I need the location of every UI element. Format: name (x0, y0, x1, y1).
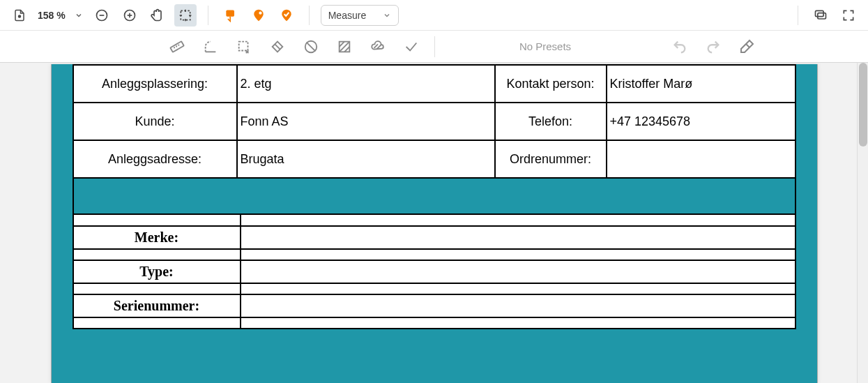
redo-icon[interactable] (703, 36, 724, 57)
value-merke[interactable] (241, 226, 795, 249)
table-row (73, 317, 795, 329)
header-form-table: Anleggsplassering: 2. etg Kontakt person… (73, 64, 796, 179)
label-anleggsplassering: Anleggsplassering: (73, 65, 237, 103)
label-telefon: Telefon: (495, 103, 607, 140)
undo-icon[interactable] (669, 36, 690, 57)
value-ordrenummer[interactable] (607, 140, 795, 178)
label-serienummer: Serienummer: (73, 294, 241, 317)
svg-line-17 (176, 45, 177, 47)
svg-line-26 (340, 41, 350, 52)
value-anleggsplassering[interactable]: 2. etg (237, 65, 495, 103)
zoom-in-button[interactable] (119, 4, 141, 27)
label-anleggsadresse: Anleggsadresse: (73, 140, 237, 178)
anleggsadresse-input[interactable] (238, 141, 494, 177)
vertical-scrollbar[interactable] (857, 63, 868, 383)
sub-toolbar: No Presets (0, 31, 868, 63)
table-row: Merke: (73, 226, 795, 249)
zoom-chevron-icon[interactable] (73, 9, 85, 22)
measure-label: Measure (328, 10, 366, 21)
table-row: Anleggsadresse: Ordrenummer: (73, 140, 795, 178)
svg-rect-11 (226, 10, 234, 16)
preset-label: No Presets (519, 40, 571, 52)
comment-pin-icon[interactable] (248, 4, 270, 27)
select-area-icon[interactable] (234, 36, 254, 57)
value-type[interactable] (241, 260, 795, 283)
ruler-icon[interactable] (167, 36, 188, 57)
hand-tool-icon[interactable] (146, 4, 169, 27)
value-serienummer[interactable] (241, 294, 795, 317)
arc-tool-icon[interactable] (200, 36, 221, 57)
value-kunde[interactable]: Fonn AS (237, 103, 495, 140)
svg-line-16 (174, 47, 175, 48)
svg-point-0 (19, 15, 21, 17)
toolbar-divider (309, 6, 310, 25)
preset-selector[interactable]: No Presets (448, 35, 643, 59)
eraser1-icon[interactable] (267, 36, 288, 57)
label-kunde: Kunde: (73, 103, 237, 140)
table-row: Anleggsplassering: 2. etg Kontakt person… (73, 65, 795, 103)
svg-rect-14 (818, 13, 826, 18)
pin-tool-icon[interactable] (220, 4, 242, 27)
measure-dropdown[interactable]: Measure (321, 5, 399, 26)
document-viewport: Anleggsplassering: 2. etg Kontakt person… (0, 63, 868, 383)
check-pin-icon[interactable] (275, 4, 298, 27)
cloud-hatch-icon[interactable] (367, 36, 388, 57)
svg-rect-20 (239, 41, 248, 50)
input-cell-anleggsadresse[interactable] (237, 140, 495, 178)
svg-line-25 (340, 41, 344, 46)
comments-panel-icon[interactable] (809, 4, 832, 27)
zoom-out-button[interactable] (91, 4, 113, 27)
no-entry-icon[interactable] (300, 36, 321, 57)
select-tool-icon[interactable] (174, 4, 197, 27)
table-row: Kunde: Fonn AS Telefon: +47 12345678 (73, 103, 795, 140)
svg-rect-6 (181, 10, 190, 20)
section-gap (73, 179, 796, 215)
document-page: Anleggsplassering: 2. etg Kontakt person… (51, 64, 818, 383)
equipment-table: Merke: Type: Serienummer: (73, 215, 796, 329)
svg-line-27 (344, 47, 349, 52)
svg-line-18 (178, 44, 179, 45)
svg-line-23 (307, 42, 316, 51)
label-ordrenummer: Ordrenummer: (495, 140, 607, 178)
value-telefon[interactable]: +47 12345678 (607, 103, 795, 140)
table-row: Type: (73, 260, 795, 283)
toolbar-divider (798, 6, 798, 25)
subtoolbar-divider (434, 36, 435, 57)
page-settings-icon[interactable] (8, 4, 31, 27)
svg-line-30 (746, 44, 749, 47)
zoom-level: 158 % (36, 10, 67, 21)
table-row (73, 249, 795, 260)
check-icon[interactable] (401, 36, 422, 57)
svg-point-12 (259, 11, 261, 14)
table-row: Serienummer: (73, 294, 795, 317)
table-row (73, 215, 795, 226)
eraser-icon[interactable] (736, 36, 757, 57)
label-kontakt-person: Kontakt person: (495, 65, 607, 103)
main-toolbar: 158 % Measure (0, 0, 868, 31)
hatch-square-icon[interactable] (334, 36, 355, 57)
label-merke: Merke: (73, 226, 241, 249)
scrollbar-thumb[interactable] (859, 63, 867, 147)
label-type: Type: (73, 260, 241, 283)
svg-line-21 (275, 44, 280, 49)
fullscreen-icon[interactable] (837, 4, 860, 27)
table-row (73, 283, 795, 294)
value-kontakt-person[interactable]: Kristoffer Marø (607, 65, 795, 103)
toolbar-divider (208, 6, 208, 25)
